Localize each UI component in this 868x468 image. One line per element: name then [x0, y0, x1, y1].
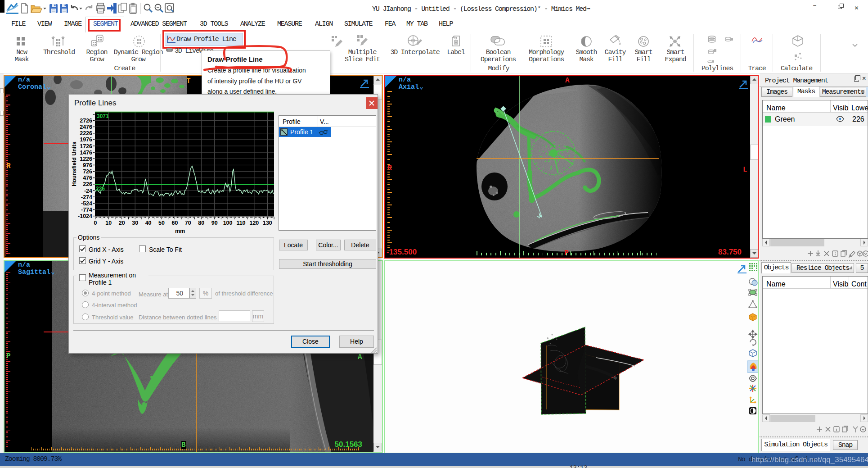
svg-text:10: 10 [105, 220, 112, 226]
svg-text:40: 40 [145, 220, 152, 226]
svg-text:1226: 1226 [80, 156, 92, 162]
svg-text:20: 20 [119, 220, 125, 226]
svg-text:60: 60 [171, 220, 178, 226]
svg-text:226: 226 [83, 181, 92, 187]
svg-text:80: 80 [198, 220, 204, 226]
svg-text:130: 130 [263, 220, 272, 226]
svg-text:30: 30 [132, 220, 138, 226]
svg-text:70: 70 [185, 220, 191, 226]
svg-text:1476: 1476 [80, 150, 92, 156]
svg-text:Hounsfield Units: Hounsfield Units [71, 141, 77, 186]
svg-text:-24: -24 [84, 188, 92, 194]
svg-text:100: 100 [223, 220, 233, 226]
svg-text:-1024: -1024 [78, 213, 92, 219]
svg-text:2226: 2226 [80, 130, 92, 136]
svg-text:-774: -774 [81, 207, 92, 213]
svg-text:2476: 2476 [80, 124, 92, 130]
svg-text:1976: 1976 [80, 136, 92, 143]
svg-text:3071: 3071 [97, 113, 109, 119]
svg-text:2726: 2726 [80, 118, 92, 124]
svg-text:50: 50 [158, 220, 165, 226]
svg-text:0: 0 [94, 220, 97, 226]
svg-text:476: 476 [83, 175, 92, 181]
svg-text:90: 90 [211, 220, 218, 226]
svg-text:976: 976 [83, 162, 92, 168]
svg-text:726: 726 [83, 168, 92, 175]
svg-text:1726: 1726 [80, 143, 92, 150]
svg-text:-524: -524 [81, 200, 92, 207]
svg-text:226: 226 [96, 186, 105, 192]
svg-text:110: 110 [236, 220, 245, 226]
svg-text:mm: mm [175, 228, 185, 234]
svg-text:-274: -274 [81, 194, 92, 200]
svg-text:120: 120 [249, 220, 259, 226]
